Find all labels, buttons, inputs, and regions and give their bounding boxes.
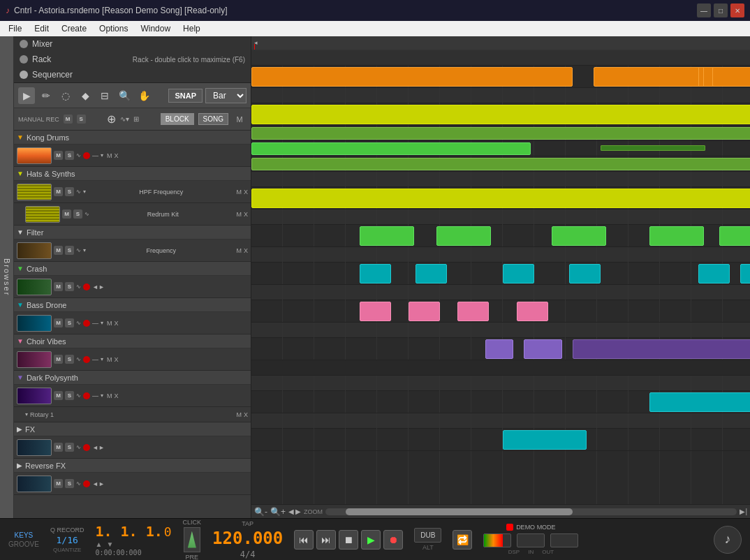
kong-clip-small[interactable] bbox=[698, 67, 704, 87]
bass-s-btn[interactable]: S bbox=[65, 318, 74, 327]
pos-up-btn[interactable]: ▲ bbox=[95, 540, 105, 548]
hats-s-btn[interactable]: S bbox=[65, 187, 74, 196]
dark-expand[interactable]: ▼ bbox=[17, 374, 24, 381]
dark-clip-3[interactable] bbox=[573, 339, 750, 359]
kong-clip-1[interactable] bbox=[251, 67, 573, 87]
pos-dn-btn[interactable]: ▼ bbox=[106, 540, 116, 548]
mute-tool[interactable]: ⊟ bbox=[96, 87, 113, 104]
menu-edit[interactable]: Edit bbox=[29, 22, 54, 35]
crash-clip-4[interactable] bbox=[649, 226, 704, 246]
dark-arrow-dn[interactable]: ▾ bbox=[101, 392, 103, 399]
rewind-button[interactable]: ⏮ bbox=[294, 530, 314, 550]
menu-help[interactable]: Help bbox=[177, 22, 206, 35]
dark-clip-2[interactable] bbox=[524, 339, 562, 359]
choir-m-btn[interactable]: M bbox=[54, 355, 63, 364]
reverse-m-btn[interactable]: M bbox=[54, 479, 63, 488]
rotary-arrow-dn[interactable]: ▾ bbox=[25, 411, 28, 418]
browser-tab[interactable]: Browser bbox=[0, 36, 14, 518]
hats-clip-1[interactable] bbox=[251, 105, 750, 124]
hats-arrow-dn[interactable]: ▾ bbox=[83, 189, 86, 195]
bass-clip-6[interactable] bbox=[740, 264, 750, 283]
loop-button[interactable]: 🔁 bbox=[453, 530, 472, 550]
kong-s-btn[interactable]: S bbox=[65, 151, 74, 160]
redrum-clip-3[interactable] bbox=[251, 158, 750, 170]
reverb-clip-1[interactable] bbox=[503, 430, 587, 450]
redrum-clip-small[interactable] bbox=[601, 145, 705, 151]
redrum-clip-2[interactable] bbox=[251, 142, 531, 155]
crash-expand[interactable]: ▼ bbox=[17, 265, 24, 272]
bass-rec-dot[interactable] bbox=[83, 320, 90, 327]
fx-clip-1[interactable] bbox=[649, 392, 750, 412]
sequencer-tab[interactable]: Sequencer bbox=[14, 67, 251, 82]
fx-rec-dot[interactable] bbox=[83, 444, 90, 451]
redrum-s-btn[interactable]: S bbox=[73, 209, 82, 219]
fill-tool[interactable]: ◆ bbox=[77, 87, 94, 104]
kong-arrow-dn[interactable]: ▾ bbox=[101, 152, 103, 159]
menu-window[interactable]: Window bbox=[135, 22, 176, 35]
close-button[interactable]: ✕ bbox=[730, 3, 744, 17]
crash-m-btn[interactable]: M bbox=[54, 282, 63, 291]
select-tool[interactable]: ▶ bbox=[18, 87, 35, 104]
menu-options[interactable]: Options bbox=[94, 22, 133, 35]
filter-m-btn[interactable]: M bbox=[54, 246, 63, 255]
menu-create[interactable]: Create bbox=[56, 22, 92, 35]
reverb-expand[interactable]: ▶ bbox=[17, 462, 22, 469]
bass-clip-4[interactable] bbox=[569, 264, 601, 283]
scrollbar-thumb[interactable] bbox=[346, 508, 572, 515]
scroll-left[interactable]: ◀ bbox=[288, 508, 294, 515]
mixer-tab[interactable]: Mixer bbox=[14, 36, 251, 52]
choir-arrow-dn[interactable]: ▾ bbox=[101, 356, 103, 362]
kong-m-btn[interactable]: M bbox=[54, 151, 63, 160]
block-button[interactable]: BLOCK bbox=[161, 113, 194, 125]
dark-rec-dot[interactable] bbox=[83, 392, 90, 399]
zoom-tool[interactable]: 🔍 bbox=[116, 87, 133, 104]
crash-s-btn[interactable]: S bbox=[65, 282, 74, 291]
hats-m-btn[interactable]: M bbox=[54, 187, 63, 196]
zoom-in-btn[interactable]: 🔍+ bbox=[270, 507, 286, 517]
bar-select[interactable]: Bar Beat bbox=[205, 88, 247, 103]
dark-m-btn[interactable]: M bbox=[54, 391, 63, 400]
maximize-button[interactable]: □ bbox=[714, 3, 728, 17]
crash-clip-3[interactable] bbox=[552, 226, 606, 246]
choir-rec-dot[interactable] bbox=[83, 356, 90, 363]
add-track-button[interactable]: ⊕ bbox=[107, 112, 116, 126]
kong-clip-3[interactable] bbox=[712, 67, 750, 87]
scrollbar-track[interactable] bbox=[325, 508, 737, 515]
bass-clip-5[interactable] bbox=[698, 264, 730, 283]
crash-rec-dot[interactable] bbox=[83, 283, 90, 290]
snap-button[interactable]: SNAP bbox=[168, 89, 203, 103]
rack-tab[interactable]: Rack Rack - double click to maximize (F6… bbox=[14, 52, 251, 67]
keys-label[interactable]: KEYS bbox=[15, 531, 34, 539]
bass-arrow-dn[interactable]: ▾ bbox=[101, 320, 103, 326]
hand-tool[interactable]: ✋ bbox=[135, 87, 152, 104]
bass-m-btn[interactable]: M bbox=[54, 318, 63, 327]
grid-button[interactable]: ⊞ bbox=[133, 115, 139, 123]
fx-s-btn[interactable]: S bbox=[65, 443, 74, 452]
pencil-tool[interactable]: ✏ bbox=[38, 87, 54, 104]
bass-clip-3[interactable] bbox=[503, 264, 534, 283]
dark-s-btn[interactable]: S bbox=[65, 391, 74, 400]
fx-expand[interactable]: ▶ bbox=[17, 425, 22, 433]
crash-clip-1[interactable] bbox=[360, 226, 414, 246]
crash-clip-2[interactable] bbox=[436, 226, 491, 246]
redrum-clip-1[interactable] bbox=[251, 127, 750, 140]
redrum-m-btn[interactable]: M bbox=[62, 209, 71, 219]
record-button[interactable]: ⏺ bbox=[383, 530, 403, 550]
minimize-button[interactable]: — bbox=[697, 3, 711, 17]
choir-expand[interactable]: ▼ bbox=[17, 337, 24, 345]
filter-clip-1[interactable] bbox=[251, 189, 750, 208]
fx-m-btn[interactable]: M bbox=[54, 443, 63, 452]
reverse-rec-dot[interactable] bbox=[83, 480, 90, 487]
reason-logo[interactable]: ♪ bbox=[714, 526, 742, 554]
eraser-tool[interactable]: ◌ bbox=[57, 87, 74, 104]
choir-clip-3[interactable] bbox=[457, 302, 489, 321]
bass-clip-2[interactable] bbox=[416, 264, 447, 283]
play-button[interactable]: ▶ bbox=[361, 530, 381, 550]
scroll-end-btn[interactable]: ▶| bbox=[740, 508, 747, 515]
metronome-icon[interactable] bbox=[184, 527, 200, 552]
choir-s-btn[interactable]: S bbox=[65, 355, 74, 364]
kong-rec-dot[interactable] bbox=[83, 152, 90, 159]
filter-arrow-dn[interactable]: ▾ bbox=[83, 247, 86, 253]
bass-expand[interactable]: ▼ bbox=[17, 301, 24, 309]
song-button[interactable]: SONG bbox=[198, 113, 228, 125]
